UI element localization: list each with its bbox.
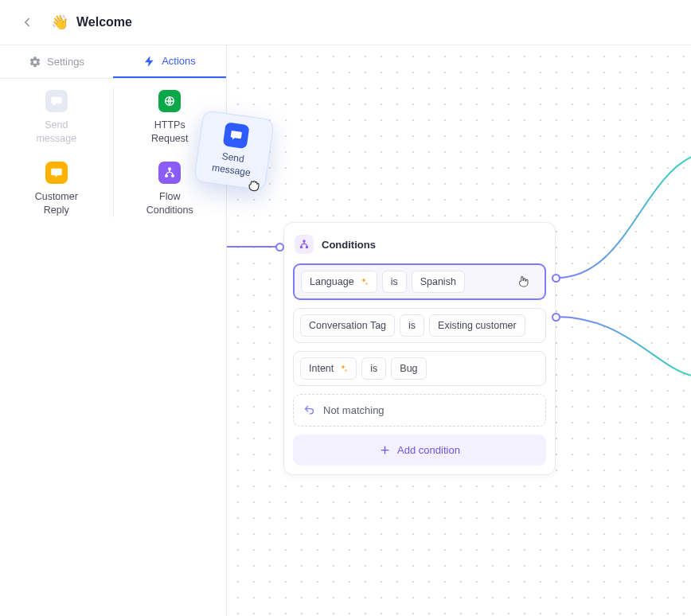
condition-op-chip[interactable]: is (382, 271, 407, 293)
node-title: Conditions (322, 239, 376, 251)
not-matching-label: Not matching (323, 404, 385, 416)
row2-output-port[interactable] (552, 313, 560, 322)
svg-point-9 (300, 246, 302, 248)
block-label: Customer Reply (35, 190, 78, 217)
chat-bubble-icon (45, 90, 68, 112)
condition-field-label: Conversation Tag (309, 320, 386, 331)
condition-op-label: is (391, 276, 398, 287)
block-label: Send message (36, 119, 76, 146)
condition-field-label: Intent (309, 363, 334, 374)
tab-actions[interactable]: Actions (113, 45, 226, 78)
condition-row-3[interactable]: Intent is Bug (293, 351, 546, 386)
pointer-cursor-icon (516, 275, 530, 289)
condition-value-chip[interactable]: Bug (391, 357, 426, 380)
add-condition-button[interactable]: Add condition (293, 435, 546, 466)
condition-field-label: Language (310, 276, 354, 287)
flow-canvas[interactable]: Send message Conditions Language is Span… (227, 45, 691, 616)
branch-icon (158, 162, 181, 184)
globe-icon (158, 90, 181, 112)
svg-point-1 (53, 171, 55, 173)
block-customer-reply[interactable]: Customer Reply (9, 162, 104, 217)
row1-output-port[interactable] (552, 274, 560, 283)
bolt-icon (143, 55, 156, 68)
dragging-block-send-message[interactable]: Send message (193, 110, 275, 191)
condition-op-label: is (408, 320, 416, 331)
block-label: Flow Conditions (146, 190, 193, 217)
svg-point-8 (303, 240, 305, 242)
condition-value-label: Spanish (420, 276, 456, 287)
tab-settings[interactable]: Settings (0, 45, 113, 78)
condition-row-2[interactable]: Conversation Tag is Existing customer (293, 308, 546, 343)
condition-field-chip[interactable]: Conversation Tag (300, 314, 395, 337)
app-header: 👋 Welcome (0, 0, 691, 45)
condition-row-1[interactable]: Language is Spanish (293, 263, 546, 300)
tab-settings-label: Settings (47, 56, 84, 68)
svg-point-5 (169, 168, 171, 170)
node-header: Conditions (293, 232, 546, 263)
svg-point-10 (306, 246, 307, 248)
node-conditions[interactable]: Conditions Language is Spanish Conversat… (283, 222, 556, 475)
not-matching-row[interactable]: Not matching (293, 394, 546, 427)
condition-value-label: Existing customer (438, 320, 517, 331)
condition-field-chip[interactable]: Intent (300, 357, 357, 380)
sidebar-tabs: Settings Actions (0, 45, 226, 79)
back-button[interactable] (14, 10, 40, 35)
condition-op-label: is (370, 363, 377, 374)
wave-emoji: 👋 (51, 14, 68, 31)
reply-icon (45, 162, 68, 184)
chat-bubble-icon (223, 123, 250, 150)
page-title: 👋 Welcome (51, 14, 132, 31)
tab-actions-label: Actions (162, 55, 196, 67)
condition-field-chip[interactable]: Language (301, 271, 377, 293)
branch-icon (295, 235, 314, 254)
block-send-message[interactable]: Send message (9, 90, 104, 146)
grab-cursor-icon (245, 177, 264, 195)
svg-point-7 (172, 174, 174, 177)
svg-point-3 (58, 171, 60, 173)
condition-op-chip[interactable]: is (361, 357, 386, 380)
dragging-block-label: Send message (211, 150, 253, 180)
condition-op-chip[interactable]: is (400, 314, 424, 337)
palette-column-left: Send message Customer Reply (0, 87, 114, 217)
sparkle-icon (338, 364, 348, 373)
svg-point-2 (56, 171, 57, 173)
condition-value-chip[interactable]: Spanish (412, 271, 465, 293)
plus-icon (379, 444, 391, 456)
condition-value-chip[interactable]: Existing customer (429, 314, 525, 337)
condition-value-label: Bug (400, 363, 417, 374)
add-condition-label: Add condition (397, 444, 460, 456)
block-label: HTTPs Request (151, 119, 189, 146)
gear-icon (29, 56, 41, 68)
sparkle-icon (359, 277, 369, 287)
node-input-port[interactable] (275, 243, 284, 251)
svg-point-6 (166, 174, 168, 177)
loop-back-icon (303, 404, 315, 416)
sidebar: Settings Actions Send message Customer R… (0, 45, 227, 616)
arrow-left-icon (20, 15, 34, 29)
title-text: Welcome (76, 15, 132, 29)
action-palette: Send message Customer Reply HTTPs Reques… (0, 79, 226, 225)
